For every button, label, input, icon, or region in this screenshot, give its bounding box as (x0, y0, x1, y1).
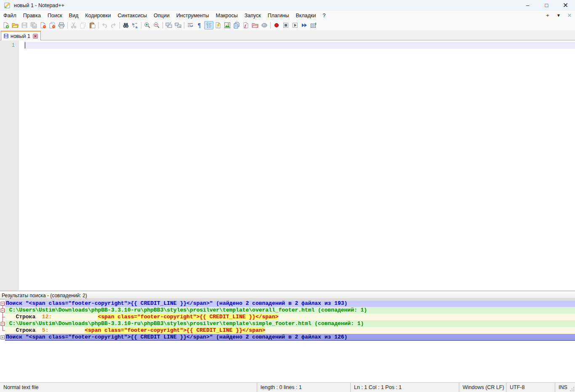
macro-record-button[interactable] (272, 21, 281, 29)
cut-button[interactable] (69, 21, 78, 29)
macro-save-button[interactable] (309, 21, 318, 29)
status-doc-type[interactable]: Normal text file (0, 383, 257, 392)
redo-button[interactable] (109, 21, 118, 29)
status-eol-format[interactable]: Windows (CR LF) (459, 383, 506, 392)
new-tab-button[interactable]: + (542, 13, 553, 19)
sync-vertical-icon (165, 22, 172, 29)
close-all-button[interactable] (48, 21, 57, 29)
close-file-button[interactable] (38, 21, 48, 29)
editor-fold-margin (19, 40, 24, 291)
menu-item-tools[interactable]: Инструменты (173, 11, 213, 20)
notepad-plus-plus-window: новый 1 - Notepad++ – □ ✕ ФайлПравкаПоис… (0, 0, 575, 392)
toolbar-separator (184, 22, 184, 29)
resize-grip[interactable] (570, 387, 574, 391)
menu-item-encoding[interactable]: Кодировки (82, 11, 114, 20)
close-button[interactable]: ✕ (556, 0, 575, 11)
menu-item-language[interactable]: Синтаксисы (114, 11, 150, 20)
document-list-button[interactable] (232, 21, 241, 29)
fold-marker-branch-end (0, 327, 5, 334)
sync-horizontal-icon (175, 22, 181, 29)
close-file-icon (40, 22, 46, 29)
undo-button[interactable] (100, 21, 109, 29)
file-result-row[interactable]: C:\Users\Ustim\Downloads\phpBB-3.3.10-ru… (0, 307, 575, 314)
text-caret (25, 42, 25, 48)
document-tab[interactable]: новый 1 (1, 31, 41, 40)
replace-button[interactable]: ba (130, 21, 140, 29)
menu-item-plugins[interactable]: Плагины (264, 11, 293, 20)
fold-marker-minus-start[interactable] (0, 300, 5, 307)
toolbar: ba¶f (0, 20, 575, 30)
tab-close-icon[interactable] (33, 33, 38, 39)
function-list-button[interactable]: f (241, 21, 250, 29)
document-map-button[interactable] (223, 21, 232, 29)
print-button[interactable] (57, 21, 66, 29)
redo-icon (110, 22, 117, 29)
sync-vertical-button[interactable] (164, 21, 173, 29)
maximize-button[interactable]: □ (537, 0, 556, 11)
folder-as-workspace-button[interactable] (250, 21, 260, 29)
new-file-button[interactable] (1, 21, 11, 29)
status-length-lines[interactable]: length : 0 lines : 1 (257, 383, 350, 392)
save-all-button[interactable] (29, 21, 38, 29)
sync-horizontal-button[interactable] (173, 21, 183, 29)
match-line-row[interactable]: Строка 5: <span class="footer-copyright"… (0, 327, 575, 334)
close-all-icon (49, 22, 56, 29)
copy-button[interactable] (78, 21, 88, 29)
menu-item-edit[interactable]: Правка (20, 11, 44, 20)
menu-item-settings[interactable]: Опции (150, 11, 173, 20)
toolbar-separator (270, 22, 271, 29)
menu-item-run[interactable]: Запуск (241, 11, 264, 20)
macro-play-button[interactable] (290, 21, 300, 29)
find-icon (122, 22, 129, 29)
editor-text-area[interactable] (24, 40, 575, 291)
file-result-row[interactable]: C:\Users\Ustim\Downloads\phpBB-3.3.10-ru… (0, 320, 575, 327)
minimize-button[interactable]: – (518, 0, 537, 11)
paste-button[interactable] (88, 21, 97, 29)
define-language-button[interactable] (213, 21, 223, 29)
toolbar-separator (120, 22, 120, 29)
open-file-button[interactable] (11, 21, 20, 29)
status-cursor-position[interactable]: Ln : 1 Col : 1 Pos : 1 (350, 383, 459, 392)
search-summary-row[interactable]: Поиск "<span class="footer-copyright">{{… (0, 300, 575, 307)
toolbar-separator (162, 22, 163, 29)
menu-item-file[interactable]: Файл (0, 11, 20, 20)
fold-marker-minus-mid[interactable] (0, 320, 5, 327)
file-monitoring-button[interactable] (260, 21, 269, 29)
new-file-icon (3, 22, 9, 29)
zoom-in-icon (144, 22, 151, 29)
zoom-in-button[interactable] (143, 21, 152, 29)
find-button[interactable] (121, 21, 130, 29)
status-encoding[interactable]: UTF-8 (506, 383, 555, 392)
result-row-text: Поиск "<span class="footer-copyright">{{… (5, 334, 575, 341)
menu-item-search[interactable]: Поиск (44, 11, 66, 20)
word-wrap-button[interactable] (186, 21, 195, 29)
macro-record-icon (273, 22, 280, 29)
function-list-icon: f (242, 22, 249, 29)
tab-list-button[interactable]: ▼ (553, 13, 564, 18)
menu-item-tabs[interactable]: Вкладки (292, 11, 319, 20)
show-indent-guide-button[interactable] (204, 21, 213, 29)
zoom-out-icon (153, 22, 160, 29)
svg-text:b: b (132, 22, 134, 26)
macro-stop-icon (282, 22, 289, 29)
open-file-icon (12, 22, 19, 29)
show-all-characters-button[interactable]: ¶ (195, 21, 204, 29)
search-summary-row[interactable]: Поиск "<span class="footer-copyright">{{… (0, 334, 575, 341)
close-tab-button[interactable]: ✕ (564, 12, 575, 19)
macro-run-multiple-button[interactable] (300, 21, 309, 29)
menu-bar: ФайлПравкаПоискВидКодировкиСинтаксисыОпц… (0, 11, 575, 20)
fold-marker-minus-mid[interactable] (0, 307, 5, 314)
result-row-text: C:\Users\Ustim\Downloads\phpBB-3.3.10-ru… (5, 307, 575, 314)
toolbar-separator (67, 22, 68, 29)
status-bar: Normal text filelength : 0 lines : 1Ln :… (0, 382, 575, 392)
menu-item-help[interactable]: ? (319, 11, 329, 20)
macro-stop-button[interactable] (281, 21, 290, 29)
menu-item-macro[interactable]: Макросы (213, 11, 241, 20)
zoom-out-button[interactable] (152, 21, 161, 29)
fold-marker-plus[interactable] (0, 334, 5, 341)
result-row-text: Поиск "<span class="footer-copyright">{{… (5, 300, 575, 307)
match-line-row[interactable]: Строка 12: <span class="footer-copyright… (0, 314, 575, 320)
menu-item-view[interactable]: Вид (66, 11, 82, 20)
save-file-button[interactable] (20, 21, 29, 29)
tab-bar: новый 1 (0, 30, 575, 40)
